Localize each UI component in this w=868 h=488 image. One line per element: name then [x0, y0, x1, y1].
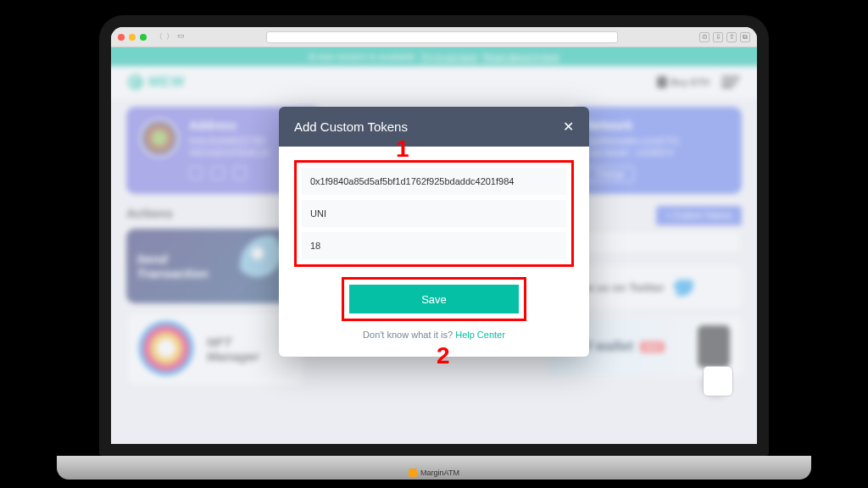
watermark: MarginATM	[409, 469, 459, 477]
laptop-base: MarginATM	[57, 456, 811, 480]
add-custom-tokens-modal: Add Custom Tokens ✕ Save	[279, 107, 589, 357]
reader-icon[interactable]: ⊙	[699, 32, 709, 42]
save-button-highlight: Save	[342, 277, 526, 321]
help-center-link[interactable]: Help Center	[455, 330, 505, 340]
close-window[interactable]	[118, 34, 125, 41]
maximize-window[interactable]	[140, 34, 147, 41]
help-chat-button[interactable]: ?	[703, 368, 728, 393]
token-symbol-input[interactable]	[302, 200, 566, 227]
save-button[interactable]: Save	[349, 285, 519, 313]
token-decimals-input[interactable]	[302, 232, 566, 259]
annotation-2: 2	[437, 342, 450, 369]
token-fields-highlight	[294, 160, 574, 267]
annotation-1: 1	[396, 136, 409, 163]
contract-address-input[interactable]	[302, 168, 566, 195]
back-icon[interactable]: 〈	[155, 31, 163, 42]
address-bar[interactable]	[266, 31, 618, 43]
window-controls[interactable]	[118, 34, 147, 41]
share-icon[interactable]: ⇧	[726, 32, 737, 42]
help-text: Don't know what it is? Help Center	[294, 330, 574, 340]
close-icon[interactable]: ✕	[563, 119, 574, 135]
minimize-window[interactable]	[129, 34, 136, 41]
download-icon[interactable]: ⇩	[713, 32, 723, 42]
modal-title: Add Custom Tokens	[294, 119, 408, 134]
sidebar-icon[interactable]: ▭	[177, 31, 185, 42]
browser-toolbar: 〈 〉 ▭ ⊙ ⇩ ⇧ ⧉	[111, 27, 757, 47]
app-root: A new version is available Try it out he…	[111, 47, 757, 444]
forward-icon[interactable]: 〉	[166, 31, 174, 42]
tabs-icon[interactable]: ⧉	[740, 32, 750, 42]
